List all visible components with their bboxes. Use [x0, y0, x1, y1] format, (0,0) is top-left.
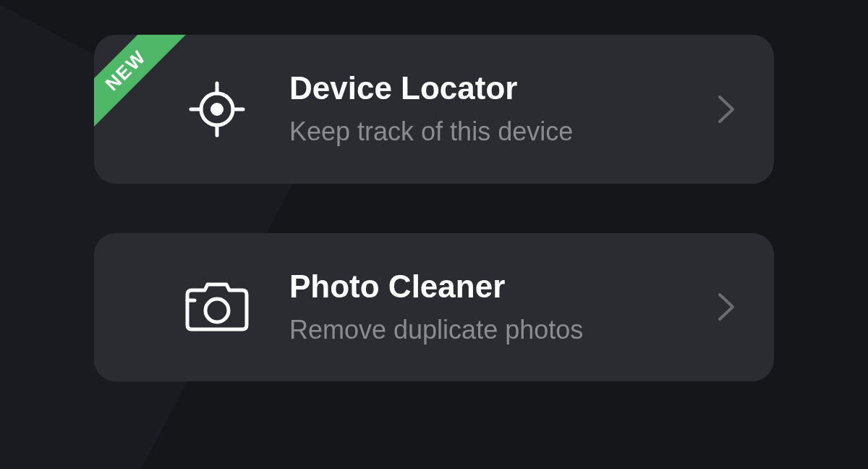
device-locator-card[interactable]: NEW Device Locator Keep track of this de… — [94, 35, 774, 184]
chevron-right-icon — [712, 95, 741, 124]
card-list: NEW Device Locator Keep track of this de… — [0, 0, 868, 381]
crosshair-icon — [181, 73, 253, 145]
svg-point-1 — [210, 103, 224, 116]
svg-point-6 — [205, 299, 229, 322]
card-subtitle: Remove duplicate photos — [289, 314, 712, 345]
card-subtitle: Keep track of this device — [289, 116, 712, 147]
card-text: Photo Cleaner Remove duplicate photos — [289, 269, 712, 346]
card-title: Device Locator — [289, 71, 712, 106]
card-title: Photo Cleaner — [289, 269, 712, 304]
photo-cleaner-card[interactable]: Photo Cleaner Remove duplicate photos — [94, 233, 774, 382]
chevron-right-icon — [712, 292, 741, 321]
new-badge: NEW — [94, 35, 189, 134]
camera-icon — [181, 271, 253, 343]
card-text: Device Locator Keep track of this device — [289, 71, 712, 148]
